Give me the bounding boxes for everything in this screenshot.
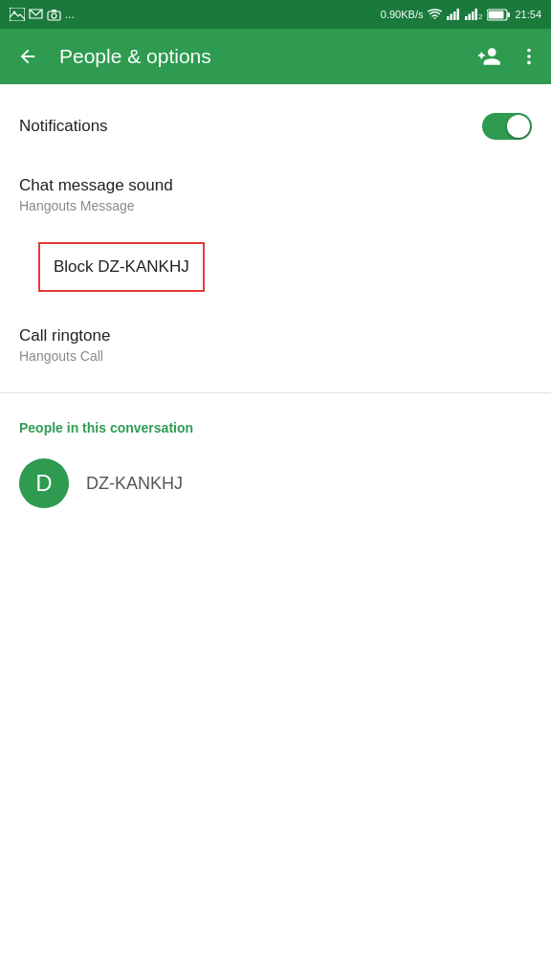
svg-rect-2: [48, 11, 60, 20]
status-bar: ... 0.90KB/s 2: [0, 0, 551, 29]
svg-rect-7: [453, 11, 456, 20]
wifi-icon: [428, 9, 442, 20]
back-button[interactable]: [11, 40, 44, 73]
notifications-label: Notifications: [19, 117, 108, 136]
block-item-wrapper: Block DZ-KANKHJ: [0, 231, 551, 309]
signal1-icon: [447, 9, 460, 20]
block-button[interactable]: Block DZ-KANKHJ: [38, 242, 205, 292]
person-name: DZ-KANKHJ: [86, 474, 183, 494]
svg-rect-15: [508, 12, 511, 17]
back-arrow-icon: [17, 46, 38, 67]
person-item[interactable]: D DZ-KANKHJ: [0, 445, 551, 522]
chat-message-sound-item[interactable]: Chat message sound Hangouts Message: [0, 159, 551, 231]
notifications-row[interactable]: Notifications: [0, 94, 551, 159]
call-ringtone-value: Hangouts Call: [19, 348, 532, 364]
camera-icon: [47, 9, 61, 21]
toggle-track: [482, 113, 532, 140]
svg-rect-12: [475, 9, 478, 20]
svg-point-18: [527, 55, 531, 58]
svg-rect-8: [457, 9, 460, 20]
status-right-info: 0.90KB/s 2 21:54: [381, 9, 541, 21]
more-vertical-icon: [518, 46, 540, 67]
svg-point-19: [527, 61, 531, 65]
add-person-icon: [476, 44, 501, 69]
signal2-icon: 2: [465, 9, 482, 20]
call-ringtone-item[interactable]: Call ringtone Hangouts Call: [0, 309, 551, 381]
status-left-icons: ...: [10, 8, 75, 21]
svg-point-17: [527, 49, 531, 53]
network-speed: 0.90KB/s: [381, 9, 424, 20]
svg-rect-5: [447, 16, 450, 20]
svg-point-3: [52, 13, 56, 18]
svg-rect-16: [489, 11, 504, 18]
app-bar: People & options: [0, 29, 551, 84]
content: Notifications Chat message sound Hangout…: [0, 84, 551, 522]
image-icon: [10, 8, 25, 21]
page-title: People & options: [59, 45, 461, 68]
svg-rect-10: [469, 14, 472, 21]
svg-rect-6: [451, 14, 453, 21]
section-divider: [0, 392, 551, 393]
app-bar-actions: [476, 44, 540, 69]
battery-icon: [487, 9, 510, 21]
avatar: D: [19, 458, 69, 508]
message-icon: [29, 9, 43, 21]
svg-rect-4: [52, 10, 56, 12]
svg-rect-11: [472, 11, 474, 20]
notifications-toggle[interactable]: [482, 113, 532, 140]
block-label: Block DZ-KANKHJ: [54, 257, 189, 276]
status-dots: ...: [65, 8, 75, 21]
toggle-thumb: [507, 115, 530, 138]
more-options-button[interactable]: [518, 46, 540, 67]
add-person-button[interactable]: [476, 44, 501, 69]
svg-text:2: 2: [478, 12, 482, 20]
call-ringtone-label: Call ringtone: [19, 326, 532, 345]
avatar-initial: D: [35, 470, 52, 497]
people-section-header: People in this conversation: [0, 405, 551, 445]
chat-message-sound-label: Chat message sound: [19, 176, 532, 195]
chat-message-sound-value: Hangouts Message: [19, 198, 532, 213]
svg-rect-9: [465, 16, 468, 20]
status-time: 21:54: [515, 9, 541, 20]
